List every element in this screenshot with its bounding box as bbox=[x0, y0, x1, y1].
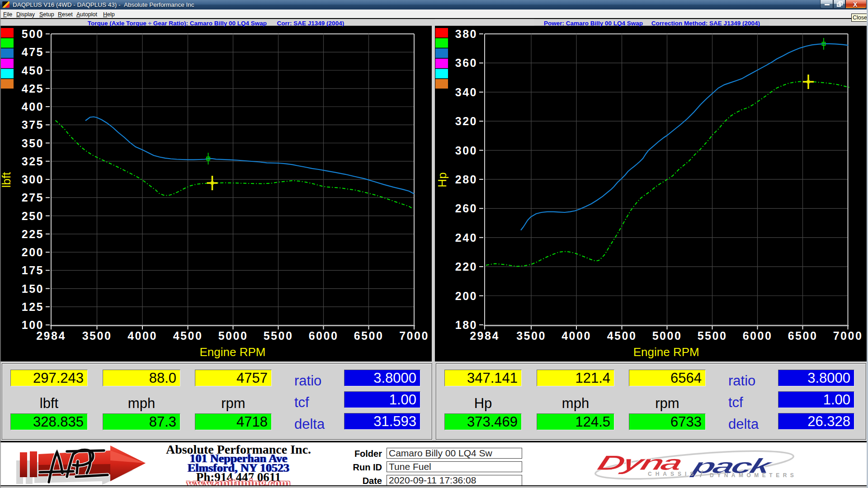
svg-text:350: 350 bbox=[22, 137, 44, 150]
svg-text:220: 220 bbox=[455, 260, 477, 273]
svg-text:3500: 3500 bbox=[82, 329, 112, 342]
svg-text:275: 275 bbox=[22, 191, 44, 204]
svg-text:175: 175 bbox=[22, 264, 44, 277]
svg-text:360: 360 bbox=[455, 56, 477, 69]
svg-text:280: 280 bbox=[455, 173, 477, 186]
svg-text:Engine RPM: Engine RPM bbox=[200, 345, 266, 359]
svg-text:375: 375 bbox=[22, 118, 44, 131]
svg-text:7000: 7000 bbox=[833, 329, 863, 342]
svg-text:5000: 5000 bbox=[218, 329, 248, 342]
svg-text:5500: 5500 bbox=[264, 329, 293, 342]
svg-text:450: 450 bbox=[22, 64, 44, 77]
svg-text:475: 475 bbox=[22, 46, 44, 58]
svg-text:225: 225 bbox=[22, 228, 44, 240]
svg-text:300: 300 bbox=[455, 144, 477, 157]
svg-text:300: 300 bbox=[22, 173, 44, 186]
svg-text:150: 150 bbox=[22, 282, 44, 295]
svg-text:250: 250 bbox=[22, 210, 44, 222]
svg-text:200: 200 bbox=[455, 290, 477, 302]
svg-text:6500: 6500 bbox=[354, 329, 384, 342]
svg-text:200: 200 bbox=[22, 246, 44, 258]
svg-text:CHASSIS: CHASSIS bbox=[648, 471, 697, 477]
svg-text:340: 340 bbox=[455, 86, 477, 99]
svg-text:2984: 2984 bbox=[470, 329, 500, 342]
svg-text:5500: 5500 bbox=[698, 329, 727, 342]
svg-text:240: 240 bbox=[455, 231, 477, 244]
svg-text:320: 320 bbox=[455, 115, 477, 127]
svg-text:6000: 6000 bbox=[743, 329, 773, 342]
svg-text:Engine RPM: Engine RPM bbox=[633, 345, 699, 359]
svg-text:2984: 2984 bbox=[36, 329, 66, 342]
svg-text:7000: 7000 bbox=[399, 329, 429, 342]
svg-text:380: 380 bbox=[455, 28, 477, 40]
svg-text:5000: 5000 bbox=[652, 329, 682, 342]
svg-text:6000: 6000 bbox=[309, 329, 339, 342]
svg-text:4500: 4500 bbox=[607, 329, 637, 342]
svg-text:125: 125 bbox=[22, 300, 44, 313]
svg-text:500: 500 bbox=[22, 28, 44, 40]
svg-text:DYNAMOMETERS: DYNAMOMETERS bbox=[710, 472, 797, 479]
svg-text:4500: 4500 bbox=[173, 329, 203, 342]
svg-text:3500: 3500 bbox=[516, 329, 546, 342]
svg-text:Hp: Hp bbox=[435, 172, 449, 187]
svg-text:325: 325 bbox=[22, 155, 44, 168]
svg-text:400: 400 bbox=[22, 100, 44, 113]
svg-text:4000: 4000 bbox=[127, 329, 157, 342]
svg-text:lbft: lbft bbox=[0, 172, 13, 188]
svg-text:4000: 4000 bbox=[561, 329, 591, 342]
svg-text:6500: 6500 bbox=[788, 329, 818, 342]
svg-text:260: 260 bbox=[455, 202, 477, 215]
svg-text:425: 425 bbox=[22, 82, 44, 95]
